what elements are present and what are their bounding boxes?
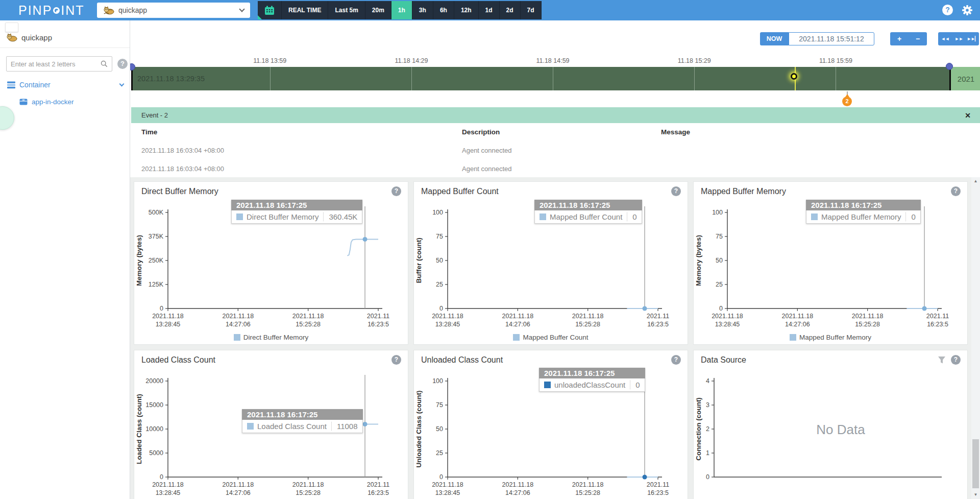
no-data-label: No Data [724, 422, 957, 438]
filter-icon[interactable] [938, 356, 946, 364]
chart-help-icon[interactable]: ? [951, 355, 961, 365]
timeline-gridline [694, 67, 695, 90]
chart-title: Mapped Buffer Memory [701, 187, 786, 196]
agent-search-input[interactable] [11, 60, 101, 68]
realtime-button[interactable]: REAL TIME [282, 1, 328, 19]
calendar-button[interactable] [258, 1, 282, 19]
chart-title: Unloaded Class Count [421, 355, 503, 365]
svg-text:14:27:06: 14:27:06 [785, 321, 810, 328]
chart-plot[interactable]: 05000100001500020000Loaded Class (count)… [134, 370, 409, 498]
chart-tooltip: 2021.11.18 16:17:25Mapped Buffer Count0 [534, 200, 642, 224]
sidebar: quickapp ? Container app-in-docker [0, 20, 130, 499]
svg-text:2021.11: 2021.11 [367, 481, 389, 488]
chart-help-icon[interactable]: ? [391, 355, 401, 365]
timeline-start-time: 2021.11.18 13:29:35 [137, 67, 205, 90]
help-button[interactable]: ? [942, 5, 953, 15]
chart-help-icon[interactable]: ? [951, 186, 961, 196]
agent-label: app-in-docker [32, 98, 74, 106]
sidebar-help-icon[interactable]: ? [117, 59, 128, 69]
time-range-3h[interactable]: 3h [412, 1, 433, 19]
tooltip-series-swatch [811, 213, 818, 220]
svg-text:16:23:5: 16:23:5 [647, 489, 669, 496]
chart-card-mapped-buffer-memory: Mapped Buffer Memory?0255075100Memory (b… [693, 181, 968, 345]
svg-text:2: 2 [706, 425, 709, 433]
chart-card-direct-buffer-memory: Direct Buffer Memory?0125K250K375K500KMe… [134, 181, 408, 345]
tooltip-series-swatch [247, 423, 254, 430]
time-range-12h[interactable]: 12h [454, 1, 479, 19]
timeline-right-handle[interactable] [946, 63, 953, 70]
chart-legend[interactable]: Direct Buffer Memory [134, 334, 408, 341]
time-range-1d[interactable]: 1d [479, 1, 500, 19]
chart-card-loaded-class-count: Loaded Class Count?05000100001500020000L… [134, 350, 408, 499]
sidebar-app-title: quickapp [21, 33, 52, 42]
chart-legend[interactable]: Mapped Buffer Count [414, 334, 688, 341]
time-range-6h[interactable]: 6h [433, 1, 454, 19]
event-count-badge[interactable]: 2 [842, 97, 852, 106]
scroll-down-arrow[interactable]: ▼ [971, 491, 980, 499]
floating-action-button[interactable] [0, 106, 14, 130]
event-column-header: Message [661, 128, 980, 136]
event-time: 2021.11.18 16:03:04 +08:00 [141, 147, 462, 154]
svg-text:Buffer (count): Buffer (count) [415, 237, 423, 283]
time-range-last-5m[interactable]: Last 5m [328, 1, 365, 19]
svg-text:100: 100 [432, 377, 443, 385]
skip-to-end-button[interactable]: ►►▏ [966, 32, 979, 45]
time-range-bar: REAL TIME Last 5m20m1h3h6h12h1d2d7d [258, 1, 542, 19]
chart-help-icon[interactable]: ? [391, 186, 401, 196]
timeline-tick-labels: 11.18 13:5911.18 14:2911.18 14:5911.18 1… [131, 57, 980, 65]
forward-button[interactable]: ►► [952, 32, 966, 45]
svg-text:2021.11.18: 2021.11.18 [292, 313, 324, 320]
svg-text:100: 100 [712, 209, 723, 216]
now-button[interactable]: NOW [760, 32, 789, 45]
tooltip-timestamp: 2021.11.18 16:17:25 [534, 200, 642, 210]
svg-text:Unloaded Class (count): Unloaded Class (count) [415, 391, 423, 468]
charts-region: Direct Buffer Memory?0125K250K375K500KMe… [130, 177, 980, 499]
scrollbar-thumb[interactable] [972, 439, 979, 488]
timeline-now-marker[interactable] [791, 73, 797, 80]
time-range-2d[interactable]: 2d [500, 1, 521, 19]
timeline-future-region[interactable]: 2021 [950, 67, 980, 90]
time-range-1h[interactable]: 1h [391, 1, 412, 19]
svg-text:16:23:5: 16:23:5 [647, 321, 669, 328]
chart-help-icon[interactable]: ? [671, 355, 681, 365]
search-icon[interactable] [101, 60, 108, 68]
settings-gear-icon[interactable] [962, 5, 973, 16]
scroll-up-arrow[interactable]: ▲ [971, 177, 980, 185]
current-timestamp-field[interactable]: 2021.11.18 15:51:12 [789, 32, 874, 45]
chart-legend[interactable]: Mapped Buffer Memory [694, 334, 967, 341]
svg-text:20000: 20000 [145, 377, 163, 385]
tooltip-timestamp: 2021.11.18 16:17:25 [539, 368, 645, 378]
close-icon[interactable]: ✕ [965, 111, 971, 120]
sidebar-item-agent[interactable]: app-in-docker [19, 98, 74, 106]
svg-text:15:25:28: 15:25:28 [296, 489, 321, 496]
event-table-header: TimeDescriptionMessage [131, 123, 980, 136]
event-table-row[interactable]: 2021.11.18 16:03:04 +08:00Agent connecte… [131, 154, 980, 173]
svg-text:14:27:06: 14:27:06 [505, 321, 530, 328]
container-group-label: Container [19, 81, 51, 89]
legend-label: Mapped Buffer Count [523, 334, 588, 341]
rewind-button[interactable]: ◄◄ [938, 32, 952, 45]
svg-text:50: 50 [436, 257, 443, 264]
timeline-gridline [836, 67, 836, 90]
timeline-band[interactable]: 2021 2021.11.18 13:29:35 [131, 67, 980, 90]
application-selector[interactable]: quickapp [97, 3, 250, 18]
tooltip-series-label: Mapped Buffer Count [550, 212, 622, 221]
svg-text:50: 50 [716, 257, 723, 264]
chart-help-icon[interactable]: ? [671, 186, 681, 196]
time-range-7d[interactable]: 7d [521, 1, 542, 19]
event-table-row[interactable]: 2021.11.18 16:03:04 +08:00Agent connecte… [131, 136, 980, 154]
svg-text:2021.11: 2021.11 [367, 313, 389, 320]
svg-text:5000: 5000 [149, 449, 163, 457]
zoom-in-button[interactable]: + [890, 32, 909, 45]
time-range-20m[interactable]: 20m [365, 1, 391, 19]
vertical-scrollbar[interactable]: ▲ ▼ [971, 177, 980, 499]
event-message [661, 165, 980, 173]
tomcat-icon [103, 6, 114, 15]
svg-text:2021.11.18: 2021.11.18 [852, 313, 884, 320]
data-point-marker [363, 237, 368, 242]
svg-text:15:25:28: 15:25:28 [855, 321, 880, 328]
event-panel-header: Event - 2 ✕ [131, 107, 980, 123]
svg-text:16:23:5: 16:23:5 [368, 321, 389, 328]
sidebar-item-container-group[interactable]: Container [7, 81, 124, 89]
zoom-out-button[interactable]: − [909, 32, 927, 45]
